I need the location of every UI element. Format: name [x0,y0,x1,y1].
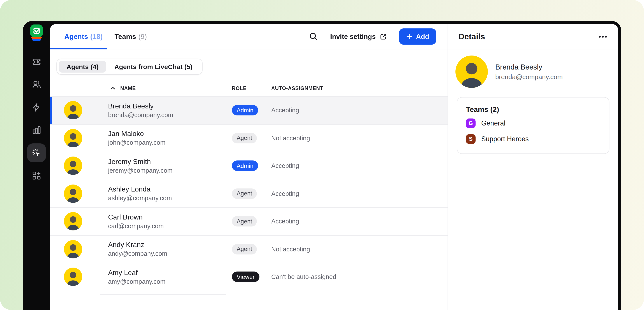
profile-avatar [456,55,488,88]
agent-email: andy@company.com [108,250,232,258]
team-icon [31,79,41,89]
subtab-agents[interactable]: Agents (4) [58,61,106,73]
teams-card-title: Teams (2) [466,105,600,114]
external-link-icon [379,32,387,40]
agent-name: Brenda Beesly [108,102,232,110]
column-header-auto-assignment: AUTO-ASSIGNMENT [271,86,448,91]
table-row[interactable]: Andy Kranz andy@company.com Agent Not ac… [50,236,448,263]
table-row[interactable]: Jeremy Smith jeremy@company.com Admin Ac… [50,152,448,180]
name-column-divider [100,294,226,295]
sidebar [23,21,50,310]
search-icon [309,32,318,41]
chevron-up-icon [110,87,116,90]
agent-email: amy@company.com [108,278,232,286]
details-title: Details [458,32,485,41]
sidebar-nav [27,57,46,180]
agents-section: Agents (18) Teams (9) [50,24,448,310]
topbar: Agents (18) Teams (9) [50,24,448,49]
sidebar-item-team[interactable] [31,79,41,89]
reports-icon [31,125,41,135]
more-options-button[interactable] [598,34,608,39]
tab-agents-count: (18) [90,32,102,40]
agent-email: jeremy@company.com [108,167,232,174]
assignment-status: Can't be auto-assigned [271,274,336,281]
topbar-actions: Invite settings Add [309,28,436,45]
role-badge: Agent [232,188,257,199]
profile-name: Brenda Beesly [495,63,562,71]
table-header: NAME ROLE AUTO-ASSIGNMENT [50,75,448,97]
invite-settings-label: Invite settings [330,32,376,40]
sidebar-item-apps[interactable] [31,170,41,180]
sidebar-item-tickets[interactable] [31,57,41,67]
team-badge: S [466,134,476,144]
assignment-status: Not accepting [271,246,310,253]
agent-name: Jan Maloko [108,130,232,138]
agent-avatar [64,212,82,231]
column-header-name: NAME [120,86,136,91]
agent-avatar [64,240,82,258]
agent-email: carl@company.com [108,223,232,230]
role-badge: Admin [232,161,258,171]
helpdesk-logo-check [30,24,43,37]
agent-name: Andy Kranz [108,241,232,249]
add-button-label: Add [416,32,429,40]
team-badge: G [466,118,476,128]
agent-name: Amy Leaf [108,269,232,277]
subtab-agents-from-livechat[interactable]: Agents from LiveChat (5) [106,61,200,73]
team-item[interactable]: G General [466,118,600,128]
tab-teams-label: Teams [114,32,136,40]
agent-name: Jeremy Smith [108,157,232,166]
table-row[interactable]: Carl Brown carl@company.com Agent Accept… [50,208,448,236]
table-row[interactable]: Amy Leaf amy@company.com Viewer Can't be… [50,263,448,291]
click-pointer-icon [31,148,41,158]
agent-avatar [64,185,82,203]
add-button[interactable]: Add [399,28,436,45]
role-badge: Agent [232,244,257,255]
agent-avatar [64,157,82,175]
table-row[interactable]: Ashley Londa ashley@company.com Agent Ac… [50,180,448,208]
sidebar-item-automations[interactable] [31,102,41,112]
apps-icon [31,170,41,180]
role-badge: Agent [232,216,257,227]
agent-avatar [64,268,82,286]
tickets-icon [31,57,41,67]
tab-teams-count: (9) [138,32,147,40]
agent-name: Carl Brown [108,213,232,221]
agent-avatar [64,101,82,120]
sidebar-item-reports[interactable] [31,125,41,135]
agents-table-body: Brenda Beesly brenda@company.com Admin A… [50,97,448,291]
assignment-status: Accepting [271,107,299,114]
agents-source-switch: Agents (4) Agents from LiveChat (5) [56,59,202,75]
column-header-role: ROLE [232,86,271,91]
agent-name: Ashley Londa [108,185,232,194]
assignment-status: Not accepting [271,135,310,142]
agent-email: john@company.com [108,139,232,147]
team-name: Support Heroes [481,135,529,143]
assignment-status: Accepting [271,218,299,225]
assignment-status: Accepting [271,190,299,197]
sidebar-item-tracking[interactable] [27,143,46,162]
helpdesk-logo[interactable] [30,24,43,41]
agent-email: brenda@company.com [108,111,232,119]
tab-agents[interactable]: Agents (18) [64,32,102,40]
team-name: General [481,119,505,127]
tab-teams[interactable]: Teams (9) [114,32,147,40]
teams-card: Teams (2) G General S Support Heroes [457,97,610,154]
role-badge: Viewer [232,272,260,282]
details-panel: Details Brenda Beesly [448,24,618,310]
details-header: Details [448,24,618,49]
table-row[interactable]: Brenda Beesly brenda@company.com Admin A… [50,97,448,124]
agent-email: ashley@company.com [108,195,232,202]
search-button[interactable] [309,32,318,41]
content-surface: Agents (18) Teams (9) [50,24,618,310]
table-row[interactable]: Jan Maloko john@company.com Agent Not ac… [50,124,448,152]
team-list: G General S Support Heroes [466,118,600,144]
sort-button[interactable] [110,87,116,90]
team-item[interactable]: S Support Heroes [466,134,600,144]
agent-avatar [64,129,82,147]
selected-row-indicator [50,97,52,124]
ellipsis-icon [599,36,601,37]
agent-profile: Brenda Beesly brenda@company.com [448,49,618,88]
invite-settings-link[interactable]: Invite settings [330,32,387,40]
tab-agents-label: Agents [64,32,88,40]
